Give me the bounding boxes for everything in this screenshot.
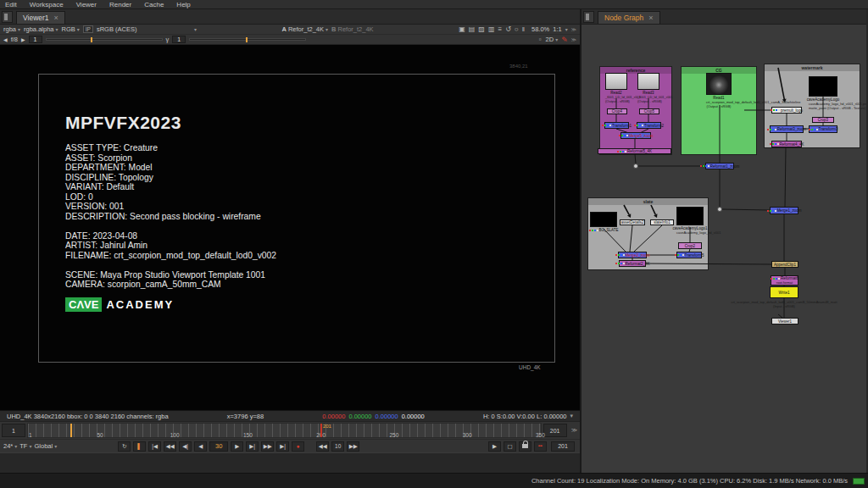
viewer-canvas[interactable]: 3840,21 UHD_4K MPFVFX2023 ASSET TYPE: Cr… (0, 45, 580, 410)
gamma-value[interactable]: 1 (172, 36, 186, 43)
dot-node[interactable] (717, 207, 722, 212)
menu-help[interactable]: Help (176, 1, 190, 8)
node-caveAcademyLogo1[interactable]: caveAcademyLogo1caveAcademy_logo_hd_v001 (676, 207, 704, 235)
viewer-tool-icon[interactable]: ○ (515, 25, 520, 33)
pane-layout-icon[interactable] (583, 11, 594, 23)
node-Transform2[interactable]: Transform2 (637, 122, 661, 129)
dot-node[interactable] (633, 164, 638, 169)
node-graph-canvas[interactable]: referenceCGwatermarkslateRead2_f001_LD_l… (581, 25, 866, 473)
current-frame-field[interactable]: 30 (209, 441, 228, 452)
frame-decrement-button[interactable]: ◀◀ (316, 441, 329, 452)
menu-render[interactable]: Render (109, 1, 131, 8)
viewer-tool-icon[interactable]: ▤ (469, 25, 476, 33)
menu-edit[interactable]: Edit (5, 1, 17, 8)
more-chevron-icon[interactable]: ≫ (571, 26, 576, 32)
end-frame-box[interactable]: 201 (551, 441, 575, 452)
pixel-aspect[interactable]: 1:1 (553, 25, 561, 33)
node-Read2[interactable]: Read2_f001_LD_ld_001_r001(Output - sRGB) (605, 73, 627, 103)
playhead-marker[interactable] (320, 424, 322, 437)
lock-range-button[interactable] (519, 441, 531, 452)
viewer-tool-icon[interactable]: ▥ (488, 25, 496, 33)
gain-next-button[interactable]: ▶ (21, 36, 25, 42)
node-Merge5_zoom[interactable]: Merge5_zoom (620, 132, 651, 139)
input-b-dropdown[interactable]: BRefor_t2_4K (331, 25, 374, 33)
close-icon[interactable]: × (54, 14, 58, 22)
roi-icon[interactable]: ▫ (539, 36, 542, 43)
frame-increment-value[interactable]: 10 (331, 441, 344, 452)
transport-forward-button[interactable]: ▶| (246, 441, 259, 452)
view-mode-dropdown[interactable]: 2D▾ (546, 36, 559, 43)
viewer-tool-icon[interactable]: ▨ (478, 25, 486, 33)
more-chevron-icon[interactable]: ≫ (571, 36, 576, 42)
node-Crop2[interactable]: Crop2 (678, 242, 702, 249)
range-start-box[interactable]: 1 (2, 424, 25, 437)
input-a-dropdown[interactable]: ARefor_t2_4K▾ (282, 25, 329, 33)
channels-dropdown[interactable]: rgba▾ (3, 25, 20, 33)
transport-forward-button[interactable]: ▶▶ (261, 441, 274, 452)
gain-value[interactable]: 1 (29, 36, 42, 43)
transport-forward-button[interactable]: ▶| (276, 441, 289, 452)
frame-range-source-dropdown[interactable]: Global▾ (34, 442, 57, 450)
timeline-filter-dropdown[interactable]: TF▾ (19, 442, 31, 450)
frame-increment-button[interactable]: ▶▶ (347, 441, 359, 452)
current-frame-marker[interactable] (70, 424, 72, 437)
layer-dropdown[interactable]: rgba.alpha▾ (24, 25, 58, 33)
node-premult_logo[interactable]: premult_logo (771, 107, 802, 114)
tab-viewer1[interactable]: Viewer1 × (16, 11, 65, 24)
transport-reverse-button[interactable]: ◀| (179, 441, 192, 452)
node-Read1[interactable]: Read1crt_scorpion_mod_top_default_lod0_v… (706, 73, 732, 108)
node-Reformat4_4K[interactable]: Reformat4_4K (771, 141, 802, 147)
transport-forward-button[interactable]: ▶ (231, 441, 243, 452)
record-button[interactable]: ● (292, 441, 304, 452)
node-Reformat2_4K[interactable]: Reformat2_4K (619, 260, 646, 267)
node-Reformat3_zoom[interactable]: Reformat3_zoom (770, 125, 804, 133)
info-expand-icon[interactable]: ▾ (570, 413, 574, 419)
annotate-pencil-icon[interactable]: ✎ (561, 36, 568, 44)
node-Crop4[interactable]: Crop4 (607, 108, 627, 114)
gain-prev-button[interactable]: ◀ (3, 36, 8, 42)
node-Transform3[interactable]: Transform3 (809, 125, 837, 133)
transport-reverse-button[interactable]: ◀ (194, 441, 207, 452)
node-Crop3[interactable]: Crop3 (812, 117, 834, 123)
playback-viewer-button[interactable]: ▶ (488, 441, 501, 452)
timeline-chevron-icon[interactable]: ≫ (569, 422, 580, 439)
node-caveAcademyLogo[interactable]: caveAcademyLogocaveAcademy_logo_hd_v001_… (809, 76, 837, 110)
display-channel-dropdown[interactable]: RGB▾ (62, 25, 80, 33)
node-Write1[interactable]: Write1 (770, 286, 798, 298)
chevron-down-icon[interactable]: ▾ (565, 26, 568, 32)
viewer-tool-icon[interactable]: ‖ (522, 25, 526, 33)
frame-range-marker-button[interactable]: ╍ (534, 441, 547, 452)
timeline-ruler[interactable]: 150100150200250300350201 (27, 423, 542, 438)
menu-workspace[interactable]: Workspace (30, 1, 64, 8)
node-Reformat5_4K[interactable]: Reformat5_4K (598, 148, 671, 154)
gamma-slider[interactable] (189, 38, 306, 41)
pane-layout-icon[interactable] (2, 11, 13, 23)
tab-node-graph[interactable]: Node Graph × (598, 11, 660, 24)
node-Merge1_zoom[interactable]: Merge1_zoom (770, 207, 798, 214)
node-Viewer1[interactable]: Viewer1 (771, 318, 798, 324)
node-Read3[interactable]: Read3_f001_LD_ld_001_r001(Output - sRGB) (637, 73, 659, 103)
in-out-marker-button[interactable]: ▌ (133, 441, 146, 452)
viewer-tool-icon[interactable]: ▣ (459, 25, 466, 33)
input-process-button[interactable]: IP (83, 25, 93, 33)
transport-reverse-button[interactable]: ◀◀ (164, 441, 176, 452)
fps-dropdown[interactable]: 24*▾ (3, 442, 17, 450)
menu-viewer[interactable]: Viewer (76, 1, 97, 8)
node-assetDetails2[interactable]: assetDetails2 (620, 219, 645, 225)
node-Reformat1_zoom[interactable]: Reformat1_zoom (705, 163, 734, 169)
node-Transform5[interactable]: Transform5 (676, 252, 702, 258)
close-icon[interactable]: × (648, 14, 653, 22)
node-Crop5[interactable]: Crop5 (639, 108, 659, 114)
node-Reformat6[interactable]: Reformat6root.format (771, 275, 798, 286)
menu-cache[interactable]: Cache (144, 1, 164, 8)
colorspace-dropdown[interactable]: sRGB (ACES)▾ (97, 25, 197, 33)
node-slateInfo1[interactable]: slateInfo1 (650, 219, 674, 225)
node-AppendClip1[interactable]: AppendClip1 (771, 261, 798, 268)
zoom-level[interactable]: 58.0% (531, 25, 549, 33)
viewer-icon-cluster[interactable]: ▣▤▨▥≡↺○‖ (459, 25, 528, 33)
viewer-tool-icon[interactable]: ≡ (498, 25, 503, 33)
node-Transform1[interactable]: Transform1 (604, 122, 629, 129)
node-BG_SLATE[interactable]: BG_SLATE (590, 212, 617, 232)
transport-reverse-button[interactable]: |◀ (148, 441, 161, 452)
gain-slider[interactable] (46, 38, 163, 41)
